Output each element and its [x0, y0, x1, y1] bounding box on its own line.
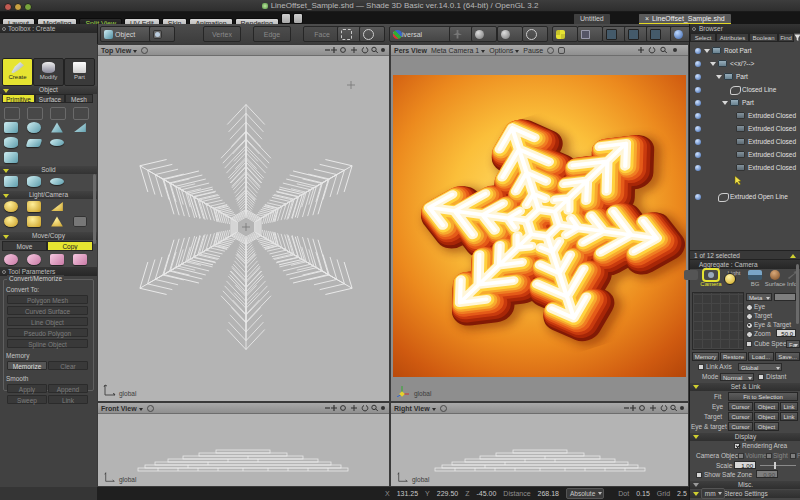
zoom-radio[interactable] [746, 331, 753, 338]
tree-row[interactable]: Extruded Closed [690, 124, 800, 135]
options-dropdown[interactable]: Options [489, 47, 519, 54]
fit-to-selection-button[interactable]: Fit to Selection [728, 392, 798, 401]
mode-dropdown[interactable]: Normal [720, 373, 754, 381]
wireframe-view-button[interactable] [522, 26, 548, 42]
solid-intersect-icon[interactable] [50, 178, 64, 185]
filter-icon[interactable] [794, 34, 800, 42]
point-light-icon[interactable] [4, 201, 18, 212]
tab-surface[interactable]: Surface [35, 94, 65, 103]
ambient-light-icon[interactable] [27, 216, 41, 227]
tree-row[interactable]: Extruded Closed [690, 150, 800, 161]
target-link-button[interactable]: Link [780, 412, 798, 421]
target-radio[interactable] [746, 313, 753, 320]
collapse-arrow-icon[interactable] [790, 254, 796, 258]
panel-dot-icon[interactable] [692, 27, 696, 31]
rendering-area-checkbox[interactable] [734, 443, 740, 449]
meta-dropdown[interactable]: Meta [746, 293, 772, 301]
visibility-orb-icon[interactable] [695, 152, 701, 158]
viewport-top-label[interactable]: Top View [101, 47, 137, 54]
pose-tool-button[interactable] [471, 26, 497, 42]
memorize-button[interactable]: Memorize [7, 361, 47, 370]
tree-label[interactable]: <<x/?--> [730, 60, 754, 67]
expand-triangle-icon[interactable] [716, 75, 722, 79]
move-copy-section-header[interactable]: Move/Copy [0, 232, 97, 240]
gear-icon[interactable] [547, 47, 554, 54]
four-view-button[interactable] [552, 26, 578, 42]
toolbox-scrollbar[interactable] [93, 174, 96, 244]
tree-label[interactable]: Extruded Closed [748, 164, 796, 171]
visibility-orb-icon[interactable] [695, 100, 701, 106]
tree-label[interactable]: Part [736, 73, 748, 80]
scale-value-field[interactable]: 1.00 [734, 461, 756, 469]
tree-row[interactable]: Part [690, 72, 800, 83]
viewport-right-label[interactable]: Right View [394, 405, 436, 412]
memory-button[interactable]: Memory [692, 352, 719, 361]
visibility-orb-icon[interactable] [695, 126, 701, 132]
solid-union-icon[interactable] [4, 176, 18, 187]
tree-row[interactable]: Extruded Open Line [690, 192, 800, 203]
rotate-select-button[interactable] [359, 26, 385, 42]
move-button[interactable]: Move [2, 241, 47, 251]
primitive-disc-icon[interactable] [50, 139, 64, 146]
set-link-section-header[interactable]: Set & Link [690, 383, 800, 391]
eye-link-button[interactable]: Link [780, 402, 798, 411]
visibility-orb-icon[interactable] [695, 87, 701, 93]
copy-rotate-icon[interactable] [27, 254, 41, 265]
spot-light-icon[interactable] [27, 201, 41, 212]
safe-zone-checkbox[interactable] [696, 472, 702, 478]
screen-3-button[interactable] [646, 26, 672, 42]
viewport-controls[interactable] [623, 404, 685, 412]
tree-row[interactable]: Closed Line [690, 85, 800, 96]
cube-speed-checkbox[interactable] [746, 341, 752, 347]
solid-section-header[interactable]: Solid [0, 166, 97, 174]
workspace-overflow-button[interactable] [281, 13, 291, 24]
browser-tab-boolean[interactable]: Boolean [749, 33, 778, 42]
aggregate-tab-light[interactable]: Light [724, 270, 744, 276]
tree-row[interactable]: Extruded Closed [690, 111, 800, 122]
primitive-wedge-icon[interactable] [73, 122, 87, 133]
viewport-controls[interactable] [324, 404, 386, 412]
viewport-pers-label[interactable]: Pers View [394, 47, 427, 54]
visibility-orb-icon[interactable] [695, 74, 701, 80]
viewport-front[interactable]: Front View global [97, 402, 390, 487]
tree-row[interactable]: <<x/?--> [690, 59, 800, 70]
scale-slider-track[interactable] [760, 465, 796, 466]
copy-scale-icon[interactable] [4, 254, 18, 265]
shade-view-button[interactable] [497, 26, 523, 42]
object-mode-button[interactable]: Object [100, 26, 152, 42]
eye-target-object-button[interactable]: Object [754, 422, 779, 431]
distant-checkbox[interactable] [758, 374, 764, 380]
tree-row[interactable]: Extruded Closed [690, 137, 800, 148]
tree-label[interactable]: Part [742, 99, 754, 106]
browser-tab-find[interactable]: Find [778, 33, 794, 42]
gear-icon[interactable] [141, 47, 148, 54]
viewport-pers[interactable]: Pers View Meta Camera 1 Options Pause [390, 44, 689, 402]
camera-object-icon[interactable] [73, 216, 87, 227]
grid-settings-button[interactable] [577, 26, 603, 42]
visibility-orb-icon[interactable] [695, 48, 701, 54]
restore-button[interactable]: Restore [720, 352, 747, 361]
panel-dot-icon[interactable] [2, 27, 6, 31]
eye-and-target-radio[interactable] [746, 322, 753, 329]
comment-icon[interactable] [558, 47, 565, 54]
smooth-label[interactable]: Smooth [6, 375, 28, 382]
unit-dropdown[interactable]: mm [701, 488, 725, 499]
mode-create-button[interactable]: Create [2, 58, 33, 86]
tree-label[interactable]: Extruded Closed [748, 125, 796, 132]
browser-tab-attributes[interactable]: Attributes [716, 33, 749, 42]
aggregate-tab-surface[interactable]: Surface [764, 270, 786, 287]
pause-button[interactable]: Pause [523, 47, 543, 54]
tree-row[interactable]: Part [690, 98, 800, 109]
eye-target-cursor-button[interactable]: Cursor [728, 422, 753, 431]
eye-object-button[interactable]: Object [754, 402, 779, 411]
tree-label[interactable]: Root Part [724, 47, 751, 54]
camera-select-dropdown[interactable]: Meta Camera 1 [431, 47, 485, 54]
eye-cursor-button[interactable]: Cursor [728, 402, 753, 411]
tree-label[interactable]: Extruded Closed [748, 112, 796, 119]
visibility-orb-icon[interactable] [695, 139, 701, 145]
copy-button[interactable]: Copy [47, 241, 93, 251]
coordinate-mode-dropdown[interactable]: Absolute [566, 488, 604, 499]
solid-subtract-icon[interactable] [27, 176, 41, 187]
right-panel-scrollbar[interactable] [796, 264, 799, 324]
mode-part-button[interactable]: Part [64, 58, 95, 86]
